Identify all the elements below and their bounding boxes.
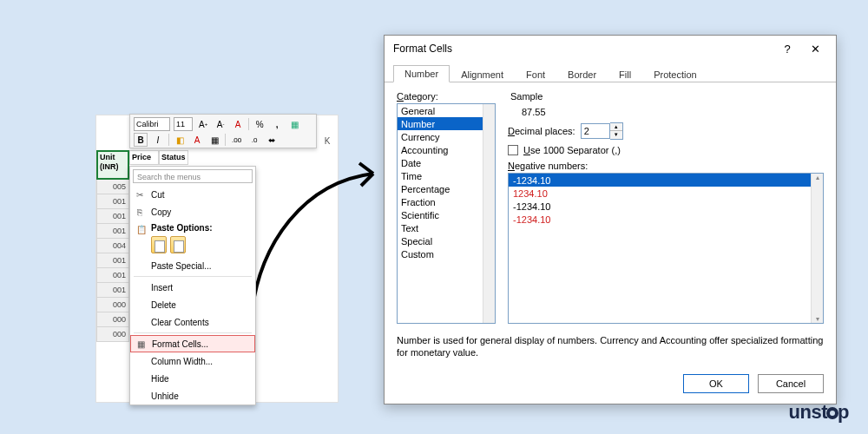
menu-insert[interactable]: Insert bbox=[130, 279, 255, 296]
tab-border[interactable]: Border bbox=[556, 66, 608, 82]
category-date[interactable]: Date bbox=[398, 156, 495, 169]
dialog-titlebar[interactable]: Format Cells ? ✕ bbox=[385, 36, 836, 62]
tab-protection[interactable]: Protection bbox=[642, 66, 708, 82]
increase-decimal-icon[interactable]: .00 bbox=[229, 133, 244, 147]
category-custom[interactable]: Custom bbox=[398, 247, 495, 260]
context-menu: Search the menus ✂Cut ⎘Copy 📋Paste Optio… bbox=[129, 166, 256, 405]
bold-icon[interactable]: B bbox=[134, 133, 148, 147]
tab-font[interactable]: Font bbox=[515, 66, 556, 82]
menu-clear-contents[interactable]: Clear Contents bbox=[130, 313, 255, 331]
category-special[interactable]: Special bbox=[398, 234, 495, 247]
menu-cut[interactable]: ✂Cut bbox=[130, 186, 255, 203]
row-header[interactable]: 000 bbox=[96, 312, 129, 327]
tab-number[interactable]: Number bbox=[393, 65, 450, 82]
paste-option-1-icon[interactable] bbox=[151, 236, 167, 253]
fill-color-icon[interactable]: ◧ bbox=[173, 133, 187, 147]
decimal-places-label: Decimal places: bbox=[508, 126, 575, 136]
label: Insert bbox=[151, 283, 173, 293]
close-icon[interactable]: ✕ bbox=[801, 38, 829, 59]
category-number[interactable]: Number bbox=[398, 117, 495, 130]
menu-paste-special[interactable]: Paste Special... bbox=[130, 257, 255, 274]
thousand-separator-checkbox[interactable] bbox=[508, 145, 518, 155]
category-general[interactable]: General bbox=[398, 104, 495, 117]
category-listbox[interactable]: GeneralNumberCurrencyAccountingDateTimeP… bbox=[397, 103, 496, 324]
category-label: Category: bbox=[397, 91, 496, 102]
menu-hide[interactable]: Hide bbox=[130, 370, 255, 387]
italic-icon[interactable]: I bbox=[151, 133, 165, 147]
decimal-places-input[interactable] bbox=[581, 123, 610, 139]
menu-format-cells[interactable]: ▦Format Cells... bbox=[130, 335, 255, 352]
label: Cut bbox=[151, 190, 165, 200]
row-header[interactable]: 001 bbox=[96, 283, 129, 298]
decrease-font-icon[interactable]: A- bbox=[214, 117, 227, 131]
negative-option-2[interactable]: -1234.10 bbox=[509, 200, 823, 213]
selected-cell-header[interactable]: Unit (INR) bbox=[96, 150, 129, 180]
unstop-logo: unstp bbox=[789, 401, 849, 424]
menu-search-input[interactable]: Search the menus bbox=[133, 169, 253, 183]
copy-icon: ⎘ bbox=[134, 206, 146, 218]
cancel-button[interactable]: Cancel bbox=[758, 374, 824, 393]
spin-down-icon[interactable]: ▼ bbox=[610, 131, 622, 139]
header-price[interactable]: Price bbox=[129, 150, 159, 165]
spin-up-icon[interactable]: ▲ bbox=[610, 123, 622, 131]
negative-option-1[interactable]: 1234.10 bbox=[509, 187, 823, 200]
scrollbar[interactable]: ▴▾ bbox=[811, 174, 823, 323]
paste-options-heading: 📋Paste Options: bbox=[130, 220, 255, 234]
row-header[interactable]: 000 bbox=[96, 327, 129, 342]
menu-column-width[interactable]: Column Width... bbox=[130, 352, 255, 370]
tab-fill[interactable]: Fill bbox=[608, 66, 642, 82]
ok-button[interactable]: OK bbox=[683, 374, 749, 393]
font-size-combo[interactable]: 11 bbox=[174, 117, 193, 131]
row-header[interactable]: 005 bbox=[96, 180, 129, 194]
negative-numbers-label: Negative numbers: bbox=[508, 161, 824, 171]
category-text[interactable]: Text bbox=[398, 221, 495, 234]
row-header[interactable]: 001 bbox=[96, 209, 129, 224]
negative-option-3[interactable]: -1234.10 bbox=[509, 213, 823, 226]
font-name-combo[interactable]: Calibri bbox=[134, 117, 170, 131]
category-scientific[interactable]: Scientific bbox=[398, 208, 495, 221]
help-button[interactable]: ? bbox=[773, 38, 801, 59]
label: Clear Contents bbox=[151, 318, 209, 327]
row-header[interactable]: 001 bbox=[96, 268, 129, 283]
table-format-icon[interactable]: ▦ bbox=[287, 117, 301, 131]
header-status[interactable]: Status bbox=[159, 150, 188, 165]
label: Copy bbox=[151, 207, 171, 217]
label: Column Width... bbox=[151, 357, 213, 366]
category-accounting[interactable]: Accounting bbox=[398, 143, 495, 156]
menu-unhide[interactable]: Unhide bbox=[130, 387, 255, 404]
decimal-places-spinner[interactable]: ▲▼ bbox=[581, 122, 623, 140]
category-fraction[interactable]: Fraction bbox=[398, 195, 495, 208]
negative-option-0[interactable]: -1234.10 bbox=[509, 174, 823, 187]
format-description: Number is used for general display of nu… bbox=[385, 329, 836, 367]
border-icon[interactable]: ▦ bbox=[207, 133, 221, 147]
row-header[interactable]: 004 bbox=[96, 239, 129, 253]
column-header-k[interactable]: K bbox=[319, 136, 336, 146]
comma-icon[interactable]: , bbox=[270, 117, 284, 131]
font-color-icon[interactable]: A bbox=[231, 117, 245, 131]
font-color2-icon[interactable]: A bbox=[190, 133, 204, 147]
row-header[interactable]: 001 bbox=[96, 194, 129, 209]
tab-alignment[interactable]: Alignment bbox=[450, 66, 515, 82]
merge-icon[interactable]: ⬌ bbox=[265, 133, 279, 147]
negative-numbers-listbox[interactable]: -1234.101234.10-1234.10-1234.10▴▾ bbox=[508, 173, 824, 324]
row-header[interactable]: 001 bbox=[96, 253, 129, 268]
increase-font-icon[interactable]: A+ bbox=[196, 117, 210, 131]
row-header[interactable]: 001 bbox=[96, 224, 129, 239]
dialog-title: Format Cells bbox=[393, 43, 452, 55]
paste-option-2-icon[interactable] bbox=[170, 236, 186, 253]
thousand-separator-label: Use 1000 Separator (,) bbox=[523, 145, 621, 155]
menu-copy[interactable]: ⎘Copy bbox=[130, 203, 255, 220]
format-cells-icon: ▦ bbox=[135, 338, 147, 350]
label: Unhide bbox=[151, 391, 179, 401]
category-time[interactable]: Time bbox=[398, 169, 495, 182]
percent-icon[interactable]: % bbox=[253, 117, 266, 131]
scrollbar[interactable] bbox=[483, 104, 495, 323]
decrease-decimal-icon[interactable]: .0 bbox=[247, 133, 261, 147]
logo-o-icon bbox=[826, 407, 838, 419]
label: Hide bbox=[151, 374, 169, 384]
category-percentage[interactable]: Percentage bbox=[398, 182, 495, 195]
category-currency[interactable]: Currency bbox=[398, 130, 495, 143]
paste-option-icons bbox=[130, 234, 255, 257]
menu-delete[interactable]: Delete bbox=[130, 296, 255, 313]
row-header[interactable]: 000 bbox=[96, 298, 129, 312]
